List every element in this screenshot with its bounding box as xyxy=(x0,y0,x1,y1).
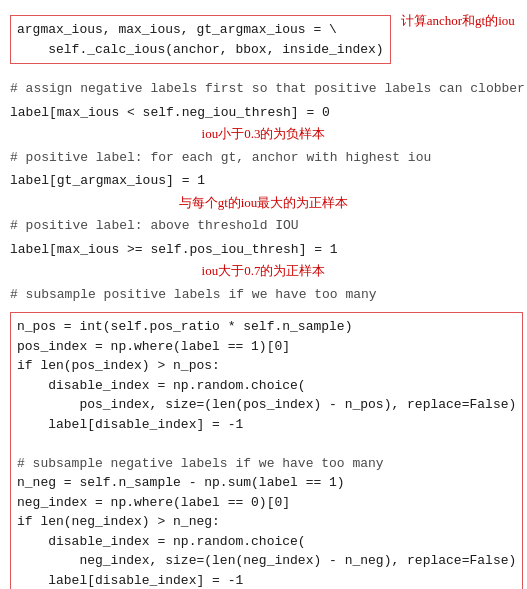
box1-line2: self._calc_ious(anchor, bbox, inside_ind… xyxy=(17,40,384,60)
box1: argmax_ious, max_ious, gt_argmax_ious = … xyxy=(10,15,391,64)
box2-line4: pos_index, size=(len(pos_index) - n_pos)… xyxy=(17,395,516,415)
comment2-section: # positive label: for each gt, anchor wi… xyxy=(10,148,517,168)
box1-section: argmax_ious, max_ious, gt_argmax_ious = … xyxy=(10,11,517,68)
comment1: # assign negative labels first so that p… xyxy=(10,79,517,99)
code-block: argmax_ious, max_ious, gt_argmax_ious = … xyxy=(10,11,517,589)
annotation3: iou大于0.7的为正样本 xyxy=(10,261,517,281)
box2-line1: pos_index = np.where(label == 1)[0] xyxy=(17,337,516,357)
box2-line2: if len(pos_index) > n_pos: xyxy=(17,356,516,376)
comment3-section: # positive label: above threshold IOU xyxy=(10,216,517,236)
line1-section: label[max_ious < self.neg_iou_thresh] = … xyxy=(10,103,517,144)
box2-line3: disable_index = np.random.choice( xyxy=(17,376,516,396)
line1: label[max_ious < self.neg_iou_thresh] = … xyxy=(10,103,517,123)
comment4-section: # subsample positive labels if we have t… xyxy=(10,285,517,305)
comment4: # subsample positive labels if we have t… xyxy=(10,285,517,305)
line2-section: label[gt_argmax_ious] = 1 与每个gt的iou最大的为正… xyxy=(10,171,517,212)
box2-line6 xyxy=(17,434,516,454)
box2-line7: n_neg = self.n_sample - np.sum(label == … xyxy=(17,473,516,493)
box2-line8: neg_index = np.where(label == 0)[0] xyxy=(17,493,516,513)
box2-line10: disable_index = np.random.choice( xyxy=(17,532,516,552)
annotation1: iou小于0.3的为负样本 xyxy=(10,124,517,144)
comment1-section: # assign negative labels first so that p… xyxy=(10,79,517,99)
box2-section: n_pos = int(self.pos_ratio * self.n_samp… xyxy=(10,308,517,589)
box2-comment: # subsample negative labels if we have t… xyxy=(17,454,516,474)
line3-section: label[max_ious >= self.pos_iou_thresh] =… xyxy=(10,240,517,281)
line3: label[max_ious >= self.pos_iou_thresh] =… xyxy=(10,240,517,260)
box2-line9: if len(neg_index) > n_neg: xyxy=(17,512,516,532)
line2: label[gt_argmax_ious] = 1 xyxy=(10,171,517,191)
comment3: # positive label: above threshold IOU xyxy=(10,216,517,236)
box2: n_pos = int(self.pos_ratio * self.n_samp… xyxy=(10,312,523,589)
box2-line0: n_pos = int(self.pos_ratio * self.n_samp… xyxy=(17,317,516,337)
comment2: # positive label: for each gt, anchor wi… xyxy=(10,148,517,168)
box1-annotation: 计算anchor和gt的iou xyxy=(401,11,515,31)
annotation2: 与每个gt的iou最大的为正样本 xyxy=(10,193,517,213)
box2-line5: label[disable_index] = -1 xyxy=(17,415,516,435)
box1-line1: argmax_ious, max_ious, gt_argmax_ious = … xyxy=(17,20,384,40)
box2-line12: label[disable_index] = -1 xyxy=(17,571,516,590)
box2-line11: neg_index, size=(len(neg_index) - n_neg)… xyxy=(17,551,516,571)
